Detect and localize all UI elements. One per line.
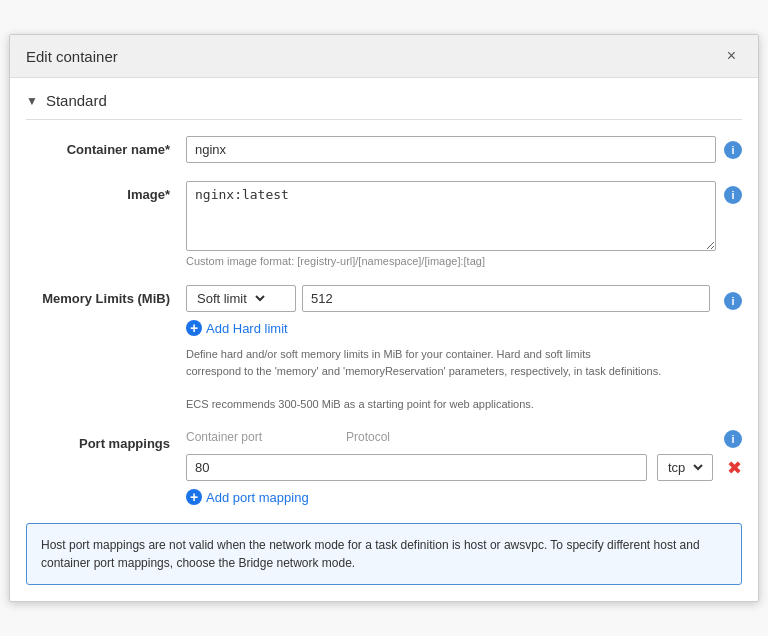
port-mappings-wrap: Container port Protocol i tcp udp ✖ + [186,430,742,505]
memory-controls-row: Soft limit Hard limit i [186,285,742,312]
memory-limits-label: Memory Limits (MiB) [26,285,186,306]
container-port-input[interactable] [186,454,647,481]
memory-description: Define hard and/or soft memory limits in… [186,346,742,412]
modal-title: Edit container [26,48,118,65]
image-label: Image* [26,181,186,202]
soft-limit-select[interactable]: Soft limit Hard limit [193,290,268,307]
close-button[interactable]: × [721,45,742,67]
section-title: Standard [46,92,107,109]
container-name-info-icon[interactable]: i [724,141,742,159]
container-port-header: Container port [186,430,336,448]
add-port-mapping-button[interactable]: + Add port mapping [186,489,742,505]
port-mappings-row: Port mappings Container port Protocol i … [26,430,742,505]
add-hard-limit-button[interactable]: + Add Hard limit [186,320,742,336]
add-hard-limit-plus-icon: + [186,320,202,336]
memory-info-icon[interactable]: i [724,292,742,310]
add-hard-limit-label: Add Hard limit [206,321,288,336]
image-helper-text: Custom image format: [registry-url]/[nam… [186,255,742,267]
port-mappings-label: Port mappings [26,430,186,451]
edit-container-modal: Edit container × ▼ Standard Container na… [9,34,759,602]
image-input[interactable]: nginx:latest [186,181,716,251]
protocol-select[interactable]: tcp udp [664,459,706,476]
protocol-header: Protocol [346,430,390,448]
modal-header: Edit container × [10,35,758,78]
memory-limits-row: Memory Limits (MiB) Soft limit Hard limi… [26,285,742,412]
image-wrap: nginx:latest i Custom image format: [reg… [186,181,742,267]
image-row: Image* nginx:latest i Custom image forma… [26,181,742,267]
add-port-mapping-plus-icon: + [186,489,202,505]
host-port-info-box: Host port mappings are not valid when th… [26,523,742,585]
container-name-input[interactable] [186,136,716,163]
port-headers: Container port Protocol i [186,430,742,448]
container-name-row: Container name* i [26,136,742,163]
add-port-mapping-label: Add port mapping [206,490,309,505]
soft-limit-select-wrap[interactable]: Soft limit Hard limit [186,285,296,312]
protocol-select-wrap[interactable]: tcp udp [657,454,713,481]
section-arrow-icon: ▼ [26,94,38,108]
port-row-1: tcp udp ✖ [186,454,742,481]
modal-body: ▼ Standard Container name* i Image* ngin… [10,78,758,601]
port-mappings-info-icon[interactable]: i [724,430,742,448]
memory-limits-wrap: Soft limit Hard limit i + Add Hard limit… [186,285,742,412]
container-name-wrap: i [186,136,742,163]
container-name-label: Container name* [26,136,186,157]
memory-value-input[interactable] [302,285,710,312]
section-header[interactable]: ▼ Standard [26,78,742,120]
delete-port-mapping-button[interactable]: ✖ [727,457,742,479]
info-box-text: Host port mappings are not valid when th… [41,538,700,570]
image-info-icon[interactable]: i [724,186,742,204]
